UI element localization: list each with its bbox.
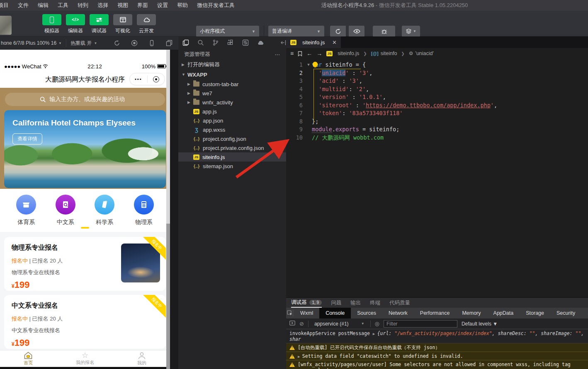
breadcrumb-file[interactable]: JS siteinfo.js	[326, 51, 359, 56]
search-icon[interactable]	[197, 39, 204, 46]
tencent-cloud-icon[interactable]	[257, 40, 264, 46]
clear-console-icon[interactable]: ⊘	[299, 321, 304, 327]
devtools-tab-security[interactable]: Security	[550, 308, 581, 318]
console-sidebar-icon[interactable]	[289, 321, 295, 327]
debug-tab-4[interactable]: 代码质量	[389, 298, 410, 308]
compile-mode-select[interactable]: 普通编译▼	[268, 26, 324, 37]
banner-detail-button[interactable]: 查看详情	[12, 133, 42, 145]
tab-home[interactable]: 首页	[0, 350, 57, 367]
menu-item-2[interactable]: 编辑	[33, 0, 53, 11]
tree-item-project.config.json[interactable]: {..}project.config.json	[178, 134, 286, 143]
menu-item-5[interactable]: 选择	[93, 0, 113, 11]
devtools-tab-sensor[interactable]: Sensor	[581, 308, 588, 318]
menu-item-0[interactable]: 项目	[0, 0, 13, 11]
phone-frame-icon[interactable]	[148, 40, 155, 46]
code-text: 'uniacid' : '3',	[312, 69, 372, 77]
devtools-tab-storage[interactable]: Storage	[520, 308, 550, 318]
tree-item-project.private.config.json[interactable]: {..}project.private.config.json	[178, 143, 286, 152]
rotate-icon[interactable]	[114, 40, 120, 46]
activity-card-physics[interactable]: 物理系专业报名 报名中 | 已报名 20 人 物理系专业在线报名 ¥199 报名…	[4, 237, 166, 291]
banner-title: California Hotel Champs Elysees	[12, 118, 136, 128]
tree-item-siteinfo.js[interactable]: JSsiteinfo.js	[178, 152, 286, 162]
tree-item-we7[interactable]: ▶we7	[178, 89, 286, 98]
npm-scripts-icon[interactable]	[242, 39, 249, 46]
hot-reload-select[interactable]: 热重载 开▼	[66, 40, 101, 47]
debugger-toggle-button[interactable]: 调试器	[90, 14, 109, 34]
scrollbar-thumb[interactable]	[166, 224, 170, 369]
menu-item-4[interactable]: 转到	[73, 0, 93, 11]
tree-item-app.js[interactable]: JSapp.js	[178, 107, 286, 116]
devtools-tab-appdata[interactable]: AppData	[487, 308, 520, 318]
menu-item-7[interactable]: 界面	[133, 0, 153, 11]
page-indicator	[81, 227, 89, 229]
console-filter-input[interactable]	[384, 320, 457, 328]
user-avatar[interactable]	[0, 16, 12, 35]
debug-tab-0[interactable]: 调试器1, 9	[291, 298, 322, 308]
cloud-dev-toggle-button[interactable]: 云开发	[137, 14, 156, 34]
forward-icon[interactable]: →	[316, 50, 322, 57]
category-sports[interactable]: 体育系	[13, 195, 39, 232]
stop-icon[interactable]	[131, 40, 138, 46]
lightbulb-icon[interactable]	[313, 62, 318, 67]
menu-item-6[interactable]: 视图	[113, 0, 133, 11]
devtools-tab-wxml[interactable]: Wxml	[294, 308, 319, 318]
project-root-section[interactable]: ▼ WXAPP	[178, 70, 286, 80]
menu-item-8[interactable]: 设置	[153, 0, 173, 11]
bookmark-icon[interactable]	[298, 51, 302, 56]
simulator-toggle-button[interactable]: 模拟器	[42, 14, 61, 34]
close-icon[interactable]: ✕	[332, 39, 337, 46]
menu-item-3[interactable]: 工具	[53, 0, 73, 11]
tree-item-sitemap.json[interactable]: {..}sitemap.json	[178, 162, 286, 171]
more-menu-button[interactable]: •••	[130, 77, 147, 82]
back-icon[interactable]: ←	[306, 50, 312, 57]
banner-image[interactable]: California Hotel Champs Elysees 查看详情	[4, 110, 166, 188]
menu-item-10[interactable]: 微信开发者工具	[192, 0, 239, 11]
tree-item-custom-tab-bar[interactable]: ▶custom-tab-bar	[178, 80, 286, 89]
mode-select[interactable]: 小程序模式▼	[196, 26, 259, 37]
menu-item-1[interactable]: 文件	[13, 0, 33, 11]
activity-card-chinese[interactable]: 中文系专业报名 报名中 | 已报名 20 人 中文系专业在线报名 ¥199 报名…	[4, 295, 166, 349]
detach-window-icon[interactable]	[166, 40, 173, 46]
category-chinese[interactable]: 中文系	[52, 195, 79, 232]
outline-menu-icon[interactable]: ≡	[290, 50, 294, 57]
breadcrumb-symbol[interactable]: [@] siteinfo	[371, 51, 397, 56]
fold-icon[interactable]: ▼	[305, 61, 312, 69]
tab-my-registrations[interactable]: ☆ 我的报名	[57, 350, 114, 367]
file-name: app.js	[202, 109, 217, 115]
devtools-tab-console[interactable]: Console	[319, 308, 351, 318]
tree-item-wnfx_activity[interactable]: ▶wnfx_activity	[178, 98, 286, 107]
search-input[interactable]: 输入主办方、或感兴趣的活动	[5, 93, 165, 106]
category-physics[interactable]: 物理系	[131, 195, 157, 232]
tab-profile[interactable]: 我的	[113, 350, 170, 367]
extensions-icon[interactable]	[227, 39, 234, 46]
devtools-tab-performance[interactable]: Performance	[414, 308, 456, 318]
inspect-element-icon[interactable]	[287, 310, 293, 316]
source-control-icon[interactable]	[212, 39, 219, 46]
menu-item-9[interactable]: 帮助	[173, 0, 192, 11]
editor-toggle-button[interactable]: </> 编辑器	[66, 14, 85, 34]
code-editor[interactable]: 1▼var siteinfo = {2 'uniacid' : '3',3 'a…	[286, 59, 588, 297]
tree-item-app.json[interactable]: {..}app.json	[178, 116, 286, 125]
tree-item-app.wxss[interactable]: Ʒapp.wxss	[178, 125, 286, 134]
log-levels-select[interactable]: Default levels ▼	[462, 321, 498, 327]
devtools-tab-network[interactable]: Network	[382, 308, 414, 318]
execution-context-select[interactable]: appservice (#1)▼	[313, 321, 366, 327]
more-actions-icon[interactable]: ⋯	[275, 51, 281, 58]
wxss-file-icon: Ʒ	[193, 127, 200, 133]
device-select[interactable]: hone 6/7/8 Plus 100% 16▼	[0, 40, 66, 46]
simulator-scrollbar[interactable]	[166, 50, 170, 369]
debug-tab-3[interactable]: 终端	[370, 298, 380, 308]
debug-tab-1[interactable]: 问题	[331, 298, 341, 308]
live-expression-icon[interactable]: ◎	[375, 321, 379, 327]
visualization-toggle-button[interactable]: 可视化	[113, 14, 132, 34]
editor-tab-siteinfo[interactable]: JS siteinfo.js ✕	[286, 36, 341, 48]
file-name: siteinfo.js	[202, 154, 225, 160]
category-science[interactable]: 科学系	[91, 195, 118, 232]
debug-tab-2[interactable]: 输出	[350, 298, 361, 308]
breadcrumb-member[interactable]: ⚙ 'uniacid'	[409, 51, 434, 56]
exit-button[interactable]	[148, 76, 165, 82]
files-icon[interactable]	[182, 39, 189, 46]
devtools-tab-memory[interactable]: Memory	[456, 308, 487, 318]
devtools-tab-sources[interactable]: Sources	[351, 308, 382, 318]
open-editors-section[interactable]: ▶ 打开的编辑器	[178, 60, 286, 70]
